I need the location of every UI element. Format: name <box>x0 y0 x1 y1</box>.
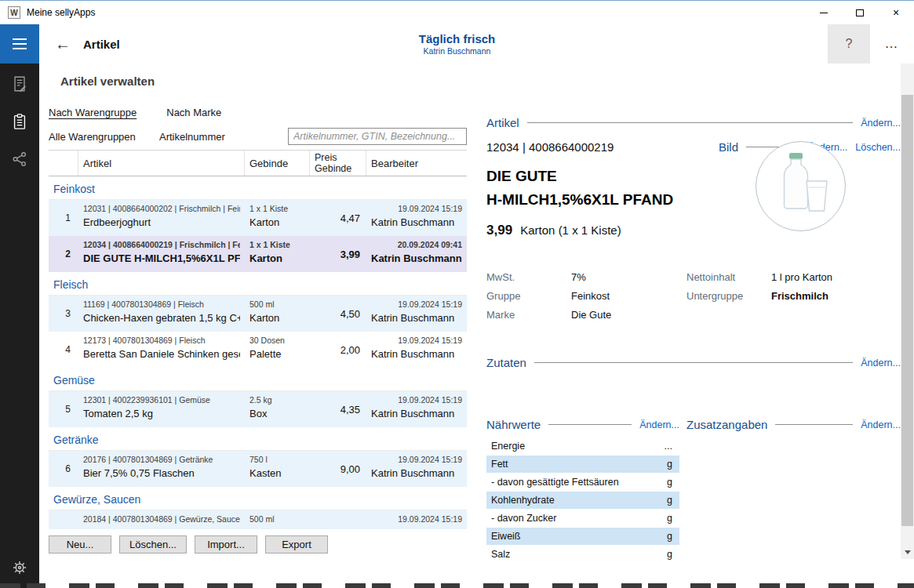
cell-bearbeiter: 19.09.2024 15:19 Katrin Buschmann <box>366 332 467 368</box>
nutrition-label: Eiweiß <box>491 531 521 542</box>
cell-artikel: 12173 | 4007801304869 | Fleisch Beretta … <box>78 332 245 368</box>
sidebar-item-articles[interactable] <box>10 112 29 131</box>
table-row[interactable]: 1 12031 | 4008664000202 | Frischmilch | … <box>49 200 467 236</box>
sidebar-item-document[interactable] <box>10 74 29 93</box>
bild-delete-link[interactable]: Löschen... <box>855 142 901 153</box>
help-button[interactable]: ? <box>828 24 870 64</box>
nutrition-label: Kohlenhydrate <box>491 495 555 506</box>
cell-gebinde: 2.5 kg Box <box>245 391 310 427</box>
list-buttons: Neu... Löschen... Import... Export <box>49 535 467 554</box>
filter-warengruppe[interactable]: Alle Warengruppen <box>49 131 159 143</box>
group-name: Gemüse <box>53 374 95 387</box>
table-row[interactable]: 20184 | 4007801304869 | Gewürze, Saucen … <box>49 510 467 529</box>
table-row[interactable]: 4 12173 | 4007801304869 | Fleisch Berett… <box>49 332 467 368</box>
cell-gebinde: 500 ml Karton <box>245 296 310 332</box>
more-options-button[interactable]: … <box>873 24 911 64</box>
cell-artikel: 20184 | 4007801304869 | Gewürze, Saucen <box>78 510 245 529</box>
nutrition-table: Energie ... Fett g - davon gesättigte Fe… <box>486 437 679 563</box>
table-row[interactable]: 2 12034 | 4008664000219 | Frischmilch | … <box>49 236 467 272</box>
column-bearbeiter: Bearbeiter <box>366 151 467 176</box>
sidebar-nav <box>0 64 39 588</box>
field-label: Untergruppe <box>686 290 771 302</box>
back-button[interactable]: ← <box>55 35 71 53</box>
article-table-body: Feinkost 1 12031 | 4008664000202 | Frisc… <box>49 176 467 529</box>
cell-preis: 4,50 <box>310 296 366 332</box>
export-button[interactable]: Export <box>265 535 328 554</box>
table-row[interactable]: 3 11169 | 4007801304869 | Fleisch Chicke… <box>49 296 467 332</box>
detail-field-row: MwSt. 7% <box>486 271 686 283</box>
delete-button[interactable]: Löschen... <box>119 535 187 554</box>
tab-nach-marke[interactable]: Nach Marke <box>166 107 221 120</box>
document-pen-icon <box>11 75 28 93</box>
cell-bearbeiter: 19.09.2024 15:19 Katrin Buschmann <box>366 451 467 487</box>
maximize-button[interactable] <box>842 1 878 24</box>
gebinde-unit: Kasten <box>249 467 305 479</box>
tab-nach-warengruppe[interactable]: Nach Warengruppe <box>49 107 137 120</box>
group-name: Fleisch <box>53 278 88 291</box>
column-preis-gebinde: Preis Gebinde <box>310 151 366 176</box>
detail-field-row: Nettoinhalt 1 l pro Karton <box>686 271 901 283</box>
row-number: 3 <box>49 296 78 332</box>
close-button[interactable]: × <box>878 1 914 24</box>
gebinde-unit: Karton <box>249 312 305 324</box>
row-number: 4 <box>49 332 78 368</box>
minimize-button[interactable] <box>806 1 842 24</box>
zutaten-change-link[interactable]: Ändern... <box>861 358 901 368</box>
naehrwerte-change-link[interactable]: Ändern... <box>639 419 679 430</box>
cell-gebinde: 30 Dosen Palette <box>245 332 310 368</box>
nutrition-label: Fett <box>491 459 508 470</box>
edit-date: 19.09.2024 15:19 <box>371 514 462 524</box>
editor-name: Katrin Buschmann <box>371 216 462 228</box>
artikel-id: 12034 | 4008664000219 <box>486 140 614 154</box>
product-name-line2: H-MILCH1,5%6X1L PFAND <box>486 188 730 212</box>
nutrition-row: - davon Zucker g <box>486 510 679 527</box>
detail-fields-left: MwSt. 7% Gruppe Feinkost Marke Die Gute <box>486 271 686 328</box>
editor-name: Katrin Buschmann <box>371 252 462 264</box>
field-value: Feinkost <box>571 290 610 302</box>
column-gebinde: Gebinde <box>245 151 310 176</box>
row-number: 2 <box>49 236 78 272</box>
naehrwerte-section-header: Nährwerte Ändern... <box>486 418 679 431</box>
new-button[interactable]: Neu... <box>49 535 111 554</box>
field-label: MwSt. <box>486 271 571 283</box>
scrollbar-down-arrow[interactable] <box>901 546 914 559</box>
table-row[interactable]: 5 12301 | 4002239936101 | Gemüse Tomaten… <box>49 391 467 427</box>
edit-date: 19.09.2024 15:19 <box>371 299 462 309</box>
artikel-change-link[interactable]: Ändern... <box>861 118 901 129</box>
artikel-meta: 12034 | 4008664000219 | Frischmilch | Fe… <box>83 240 240 249</box>
hamburger-menu-button[interactable] <box>0 24 39 64</box>
edit-date: 19.09.2024 15:19 <box>371 336 462 345</box>
search-input[interactable] <box>288 128 467 145</box>
maximize-icon <box>856 9 864 16</box>
gear-icon <box>11 559 28 576</box>
edit-date: 19.09.2024 15:19 <box>371 204 462 213</box>
main-content: Artikel verwalten Nach Warengruppe Nach … <box>39 64 914 588</box>
zutaten-section-header: Zutaten Ändern... <box>486 356 901 369</box>
table-row[interactable]: 6 20176 | 4007801304869 | Getränke Bier … <box>49 451 467 487</box>
app-header: ← Artikel Täglich frisch Katrin Buschman… <box>0 24 914 64</box>
field-value: 7% <box>571 271 586 283</box>
price-unit: Karton (1 x 1 Kiste) <box>520 223 621 237</box>
cell-preis: 2,00 <box>310 332 366 368</box>
cell-gebinde: 1 x 1 Kiste Karton <box>245 200 310 236</box>
scrollbar-thumb[interactable] <box>901 95 913 526</box>
gebinde-meta: 2.5 kg <box>249 395 305 405</box>
import-button[interactable]: Import... <box>195 535 257 554</box>
field-value: 1 l pro Karton <box>771 271 832 283</box>
settings-button[interactable] <box>10 558 29 577</box>
gebinde-meta: 1 x 1 Kiste <box>249 204 305 213</box>
gebinde-meta: 750 l <box>249 455 305 464</box>
edit-date: 19.09.2024 15:19 <box>371 395 462 405</box>
artikel-meta: 12301 | 4002239936101 | Gemüse <box>83 395 240 405</box>
cell-artikel: 20176 | 4007801304869 | Getränke Bier 7,… <box>78 451 245 487</box>
zusatzangaben-change-link[interactable]: Ändern... <box>861 419 901 430</box>
cell-preis: 9,00 <box>310 451 366 487</box>
bild-section-title: Bild <box>719 140 738 154</box>
detail-field-row: Gruppe Feinkost <box>486 290 686 302</box>
sidebar-item-connections[interactable] <box>10 150 29 169</box>
naehrwerte-column: Nährwerte Ändern... Energie ... Fett g -… <box>486 418 679 564</box>
artikel-name: DIE GUTE H-MILCH1,5%6X1L PFA... <box>83 252 240 264</box>
filter-artikelnummer[interactable]: Artikelnummer <box>159 131 225 143</box>
page-title: Artikel <box>83 38 120 51</box>
share-nodes-icon <box>11 151 28 168</box>
